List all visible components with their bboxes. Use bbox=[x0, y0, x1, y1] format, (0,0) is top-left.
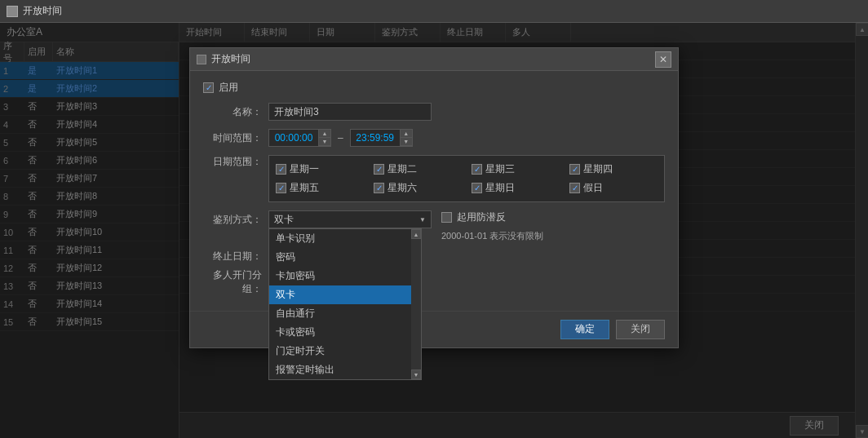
ident-left: 鉴别方式： 双卡 ▼ 单卡识别密码卡加密码双卡自由通行卡或密码门定时开关报警定时… bbox=[203, 210, 432, 228]
dropdown-item[interactable]: 卡加密码 bbox=[269, 267, 421, 285]
time-start-up[interactable]: ▲ bbox=[319, 130, 330, 138]
day-label: 星期三 bbox=[485, 162, 515, 176]
date-scope-row: 日期范围： 星期一 星期二 星期三 星期四 星期五 星期六 星期日 假日 bbox=[203, 155, 665, 202]
time-range-label: 时间范围： bbox=[203, 131, 268, 145]
day-checkbox[interactable] bbox=[276, 164, 286, 175]
dropdown-item[interactable]: 报警定时输出 bbox=[269, 361, 421, 379]
end-date-label: 终止日期： bbox=[203, 250, 268, 263]
time-start-wrap: 00:00:00 ▲ ▼ bbox=[268, 129, 331, 147]
dialog-body: 启用 名称： 时间范围： 00:00:00 ▲ ▼ bbox=[190, 71, 678, 311]
day-item[interactable]: 星期二 bbox=[374, 162, 462, 176]
ident-select-wrap: 双卡 ▼ 单卡识别密码卡加密码双卡自由通行卡或密码门定时开关报警定时输出 ▲ ▼ bbox=[268, 210, 432, 228]
info-text: 2000-01-01 表示没有限制 bbox=[441, 229, 665, 243]
date-scope-label: 日期范围： bbox=[203, 155, 268, 169]
ident-row: 鉴别方式： 双卡 ▼ 单卡识别密码卡加密码双卡自由通行卡或密码门定时开关报警定时… bbox=[203, 210, 665, 243]
dropdown-scroll-up[interactable]: ▲ bbox=[411, 229, 421, 239]
day-label: 假日 bbox=[583, 181, 603, 195]
day-label: 星期五 bbox=[290, 181, 319, 195]
app-icon bbox=[7, 6, 18, 17]
day-item[interactable]: 星期四 bbox=[569, 162, 658, 176]
time-separator: – bbox=[334, 132, 347, 144]
day-checkbox[interactable] bbox=[472, 164, 482, 175]
ident-right: 起用防潜反 2000-01-01 表示没有限制 bbox=[441, 210, 665, 243]
day-item[interactable]: 假日 bbox=[569, 181, 658, 195]
dialog: 开放时间 ✕ 启用 名称： 时间范围： 00:00:00 bbox=[189, 47, 679, 348]
time-end-spinners: ▲ ▼ bbox=[400, 130, 412, 146]
confirm-button[interactable]: 确定 bbox=[560, 320, 609, 339]
ident-select-button[interactable]: 双卡 ▼ bbox=[268, 210, 432, 228]
day-label: 星期日 bbox=[485, 181, 515, 195]
dialog-title-left: 开放时间 bbox=[197, 52, 250, 66]
dropdown-item[interactable]: 自由通行 bbox=[269, 304, 421, 323]
dialog-overlay: 开放时间 ✕ 启用 名称： 时间范围： 00:00:00 bbox=[0, 23, 868, 438]
day-label: 星期二 bbox=[388, 162, 417, 176]
dialog-close-button[interactable]: 关闭 bbox=[616, 320, 665, 339]
day-item[interactable]: 星期日 bbox=[472, 181, 560, 195]
time-range-row: 时间范围： 00:00:00 ▲ ▼ – 23:59:59 ▲ bbox=[203, 129, 665, 147]
time-end-up[interactable]: ▲ bbox=[401, 130, 412, 138]
time-end-wrap: 23:59:59 ▲ ▼ bbox=[350, 129, 413, 147]
time-end-down[interactable]: ▼ bbox=[401, 138, 412, 146]
time-range: 00:00:00 ▲ ▼ – 23:59:59 ▲ ▼ bbox=[268, 129, 413, 147]
day-checkbox[interactable] bbox=[569, 164, 580, 175]
enabled-label: 启用 bbox=[219, 81, 238, 95]
anti-pass-row: 起用防潜反 bbox=[441, 210, 665, 224]
dropdown-track bbox=[411, 239, 421, 369]
dropdown-item[interactable]: 门定时开关 bbox=[269, 342, 421, 361]
name-row: 名称： bbox=[203, 103, 665, 121]
title-bar: 开放时间 bbox=[0, 0, 868, 23]
day-checkbox[interactable] bbox=[276, 183, 286, 193]
anti-pass-label: 起用防潜反 bbox=[457, 210, 506, 224]
day-item[interactable]: 星期一 bbox=[276, 162, 364, 176]
dialog-title-text: 开放时间 bbox=[211, 52, 250, 66]
day-label: 星期六 bbox=[388, 181, 417, 195]
dropdown-scroll-down[interactable]: ▼ bbox=[411, 369, 421, 379]
time-start-down[interactable]: ▼ bbox=[319, 138, 330, 146]
select-arrow-icon: ▼ bbox=[419, 216, 426, 223]
day-item[interactable]: 星期三 bbox=[472, 162, 560, 176]
name-label: 名称： bbox=[203, 105, 268, 119]
day-checkbox[interactable] bbox=[472, 183, 482, 193]
date-range-box: 星期一 星期二 星期三 星期四 星期五 星期六 星期日 假日 bbox=[268, 155, 665, 202]
anti-pass-checkbox[interactable] bbox=[441, 212, 452, 223]
dropdown-item[interactable]: 双卡 bbox=[269, 285, 421, 304]
dropdown-item[interactable]: 单卡识别 bbox=[269, 229, 421, 248]
dropdown-item[interactable]: 卡或密码 bbox=[269, 323, 421, 342]
time-start-value: 00:00:00 bbox=[269, 131, 318, 145]
enabled-row: 启用 bbox=[203, 81, 665, 95]
day-checkbox[interactable] bbox=[569, 183, 580, 193]
ident-dropdown: 单卡识别密码卡加密码双卡自由通行卡或密码门定时开关报警定时输出 ▲ ▼ bbox=[268, 228, 422, 380]
day-label: 星期四 bbox=[583, 162, 613, 176]
day-grid: 星期一 星期二 星期三 星期四 星期五 星期六 星期日 假日 bbox=[276, 162, 658, 195]
day-checkbox[interactable] bbox=[374, 164, 384, 175]
dropdown-item[interactable]: 密码 bbox=[269, 248, 421, 267]
time-start-spinners: ▲ ▼ bbox=[318, 130, 330, 146]
day-label: 星期一 bbox=[290, 162, 319, 176]
ident-selected-value: 双卡 bbox=[274, 213, 294, 227]
time-end-value: 23:59:59 bbox=[351, 131, 400, 145]
dialog-icon bbox=[197, 55, 206, 64]
day-item[interactable]: 星期六 bbox=[374, 181, 462, 195]
dialog-close-x-button[interactable]: ✕ bbox=[655, 51, 671, 68]
day-checkbox[interactable] bbox=[374, 183, 384, 193]
day-item[interactable]: 星期五 bbox=[276, 181, 364, 195]
multi-group-label: 多人开门分组： bbox=[203, 268, 268, 296]
name-input[interactable] bbox=[268, 103, 432, 121]
ident-label: 鉴别方式： bbox=[203, 213, 268, 227]
enabled-checkbox[interactable] bbox=[203, 82, 214, 93]
dialog-title-bar: 开放时间 ✕ bbox=[190, 48, 678, 71]
dialog-buttons: 确定 关闭 bbox=[190, 311, 678, 347]
title-bar-text: 开放时间 bbox=[23, 4, 62, 18]
